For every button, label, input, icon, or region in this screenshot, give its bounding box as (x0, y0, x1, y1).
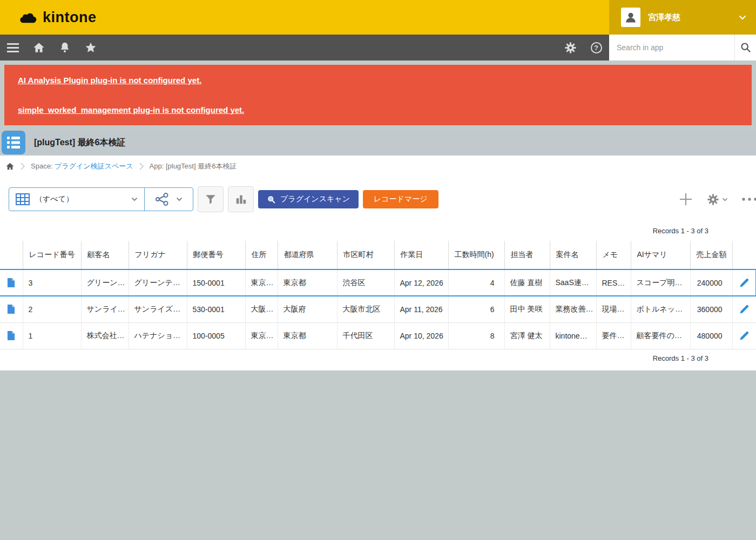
column-header-project-name[interactable]: 案件名 (550, 241, 596, 269)
column-header-work-date[interactable]: 作業日 (394, 241, 448, 269)
cell-prefecture: 東京都 (278, 269, 337, 296)
cell-city: 渋谷区 (337, 269, 394, 296)
record-link-cell[interactable] (0, 296, 23, 322)
cell-zip-code: 100-0005 (187, 322, 245, 349)
record-link-cell[interactable] (0, 322, 23, 349)
kintone-logo[interactable]: kintone (0, 0, 97, 35)
column-header-record-number[interactable]: レコード番号 (23, 241, 81, 269)
notifications-button[interactable] (52, 35, 78, 60)
column-header-city[interactable]: 市区町村 (337, 241, 394, 269)
pencil-icon (733, 278, 756, 288)
favorites-button[interactable] (78, 35, 104, 60)
cell-project-name: SaaS連… (550, 269, 596, 296)
cell-work-date: Apr 11, 2026 (394, 296, 448, 322)
pencil-icon (733, 304, 756, 315)
cell-address: 東京… (245, 322, 278, 349)
cell-work-date: Apr 12, 2026 (394, 269, 448, 296)
plugin-scan-button[interactable]: プラグインスキャン (258, 190, 359, 208)
edit-record-button[interactable] (732, 269, 756, 296)
breadcrumb-space-link[interactable]: プラグイン検証スペース (55, 162, 133, 170)
search-icon (740, 42, 752, 53)
chart-button[interactable] (228, 186, 254, 212)
cell-zip-code: 530-0001 (187, 296, 245, 322)
chevron-down-icon (739, 15, 746, 20)
record-link-cell[interactable] (0, 269, 23, 296)
top-header: kintone 宮澤孝慈 (0, 0, 756, 35)
column-header-prefecture[interactable]: 都道府県 (278, 241, 337, 269)
cell-customer-name: グリーン… (81, 269, 129, 296)
edit-record-button[interactable] (732, 322, 756, 349)
breadcrumb-space-label: Space: (31, 162, 52, 170)
cell-prefecture: 東京都 (278, 322, 337, 349)
records-count-top: Records 1 - 3 of 3 (0, 221, 756, 241)
home-button[interactable] (26, 35, 52, 60)
chevron-down-icon (722, 198, 728, 201)
bell-icon (59, 42, 70, 53)
column-header-hours[interactable]: 工数時間(h) (448, 241, 504, 269)
cell-city: 大阪市北区 (337, 296, 394, 322)
app-search (609, 35, 756, 60)
cell-assignee: 佐藤 直樹 (504, 269, 550, 296)
alert-link-ai-analysis[interactable]: AI Analysis Plugin plug-in is not config… (18, 76, 738, 85)
home-icon (33, 42, 45, 53)
cell-city: 千代田区 (337, 322, 394, 349)
more-options-button[interactable] (741, 197, 756, 201)
graph-view-selector[interactable] (144, 188, 193, 211)
breadcrumb-home-icon[interactable] (5, 162, 15, 171)
column-header-sales-amount[interactable]: 売上金額 (690, 241, 732, 269)
cell-record-number: 1 (23, 322, 81, 349)
search-submit-button[interactable] (734, 35, 756, 60)
column-header-zip-code[interactable]: 郵便番号 (187, 241, 245, 269)
gear-icon (564, 42, 577, 54)
cell-zip-code: 150-0001 (187, 269, 245, 296)
table-row[interactable]: 2サンライ…サンライズ…530-0001大阪…大阪府大阪市北区Apr 11, 2… (0, 296, 756, 322)
column-header-address[interactable]: 住所 (245, 241, 278, 269)
cell-ai-summary: 顧客要件の… (631, 322, 690, 349)
plugin-scan-label: プラグインスキャン (280, 194, 350, 204)
breadcrumb-separator-icon (139, 163, 144, 170)
app-settings-button[interactable] (707, 193, 728, 206)
chevron-down-icon (131, 197, 138, 201)
app-header: [plugTest] 最終6本検証 (0, 130, 756, 156)
add-record-button[interactable] (679, 192, 693, 206)
graph-icon (155, 192, 169, 206)
column-header-edit (732, 241, 756, 269)
user-menu[interactable]: 宮澤孝慈 (609, 0, 756, 35)
cell-customer-name: サンライ… (81, 296, 129, 322)
edit-record-button[interactable] (732, 296, 756, 322)
alert-link-worked-management[interactable]: simple_worked_management plug-in is not … (18, 105, 738, 114)
document-icon (0, 278, 23, 288)
funnel-icon (205, 193, 217, 205)
help-button[interactable]: ? (583, 35, 609, 60)
toolbar-right-actions (679, 192, 756, 206)
search-input[interactable] (609, 35, 734, 60)
magnifier-icon (267, 195, 276, 204)
document-icon (0, 330, 23, 341)
cell-prefecture: 大阪府 (278, 296, 337, 322)
app-icon[interactable] (2, 131, 25, 154)
settings-button[interactable] (557, 35, 583, 60)
column-header-furigana[interactable]: フリガナ (129, 241, 187, 269)
cell-sales-amount: 360000 (690, 296, 732, 322)
bar-chart-icon (235, 193, 247, 205)
filter-button[interactable] (198, 186, 224, 212)
cell-furigana: サンライズ… (129, 296, 187, 322)
cell-hours: 4 (448, 269, 504, 296)
table-row[interactable]: 3グリーン…グリーンテ…150-0001東京…東京都渋谷区Apr 12, 202… (0, 269, 756, 296)
column-header-memo[interactable]: メモ (596, 241, 631, 269)
column-header-customer-name[interactable]: 顧客名 (81, 241, 129, 269)
table-row[interactable]: 1株式会社…ハテナショ…100-0005東京…東京都千代田区Apr 10, 20… (0, 322, 756, 349)
cell-project-name: kintone… (550, 322, 596, 349)
app-title: [plugTest] 最終6本検証 (34, 137, 125, 148)
help-icon: ? (591, 42, 602, 53)
breadcrumb: Space: プラグイン検証スペース App: [plugTest] 最終6本検… (0, 156, 756, 177)
hamburger-icon (7, 43, 19, 52)
menu-button[interactable] (0, 35, 26, 60)
table-header-row: レコード番号顧客名フリガナ郵便番号住所都道府県市区町村作業日工数時間(h)担当者… (0, 241, 756, 269)
view-selector-group: （すべて） (9, 187, 193, 211)
column-header-assignee[interactable]: 担当者 (504, 241, 550, 269)
view-selector[interactable]: （すべて） (9, 188, 144, 211)
cell-furigana: ハテナショ… (129, 322, 187, 349)
column-header-ai-summary[interactable]: AIサマリ (631, 241, 690, 269)
record-merge-button[interactable]: レコードマージ (363, 190, 438, 208)
